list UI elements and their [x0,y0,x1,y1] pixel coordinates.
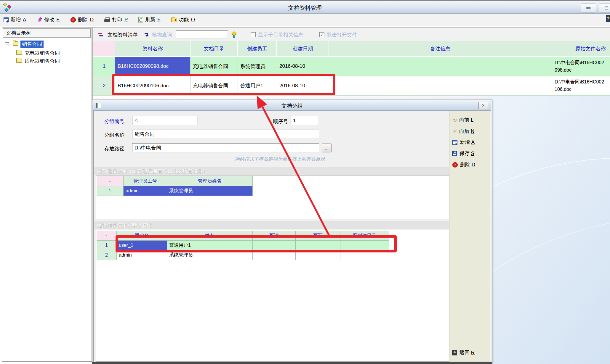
admin-cell-id[interactable]: admin [124,186,167,196]
tree-collapse-toggle[interactable] [5,42,9,46]
show-subdir-checkbox-row[interactable]: 显示子目录相关信息 [251,31,303,38]
dialog-add-button[interactable]: 新增 A [452,139,475,146]
main-toolbar: 新增A 修改E 删除D 打印P 刷新F 功能O [0,14,610,26]
admin-header-row: - 管理员工号 管理员姓名 [97,176,253,186]
cell-file: D:\中电合同\B16HC002098.doc [552,57,610,76]
delete-button[interactable]: 删除D [71,16,94,23]
search-lamp-icon[interactable] [231,32,236,38]
admin-header-index[interactable]: - [97,176,124,186]
folder-open-icon [13,41,18,46]
dialog-bottom-edge [92,362,492,364]
admin-header-id[interactable]: 管理员工号 [124,176,167,186]
header-creator[interactable]: 创建员工 [238,41,277,57]
admin-row[interactable]: 1 admin 系统管理员 [97,186,253,196]
header-index[interactable]: - [93,41,115,57]
cell-date: 2016-08-10 [277,76,329,96]
dialog-delete-button[interactable]: 删除 D [452,161,475,168]
header-date[interactable]: 创建日期 [277,41,329,57]
fuzzy-query-input[interactable] [176,30,228,39]
minimize-button[interactable] [581,4,596,12]
document-table: - 资料名称 文档目录 创建员工 创建日期 备注信息 原始文件名称 1 B16H… [93,41,610,96]
function-key: O [191,17,195,23]
tree-node-charger-contract[interactable]: 充电器销售合同 [25,50,60,57]
exit-icon[interactable] [606,15,610,22]
tree-node-adapter-contract[interactable]: 适配器销售合同 [25,58,60,65]
seq-field[interactable]: 1 [291,116,318,125]
header-remark[interactable]: 备注信息 [329,41,552,57]
prev-button[interactable]: ☜ 向前 L [452,117,473,123]
op-cell-user[interactable]: admin [117,250,167,260]
cell-date: 2016-08-10 [277,57,329,76]
group-name-field[interactable]: 销售合同 [132,130,319,139]
dblclick-open-checkbox-row[interactable]: ✓ 双击打开文件 [319,31,357,38]
edit-icon [37,17,42,22]
browse-button[interactable]: ... [322,144,332,152]
directory-tree-panel: 文档目录树 销售合同 充电器销售合同 适配器销售合同 [2,27,92,362]
delete-icon [452,162,458,167]
delete-key: D [90,17,94,23]
add-icon [452,140,457,145]
edit-button[interactable]: 修改E [37,16,60,23]
save-button[interactable]: 保存 S [452,150,474,157]
cell-name-selected[interactable]: B16HC002090098.doc [115,57,190,76]
show-subdir-checkbox[interactable] [251,32,256,37]
operator-header-row: - 用户名 姓名 可读 可写 可创建目录 [97,231,389,241]
add-key: A [23,17,26,23]
maximize-button[interactable] [599,4,610,12]
op-cell-read[interactable] [253,241,296,250]
edit-key: E [56,17,60,23]
table-row[interactable]: 2 B16HC002090106.doc 充电器销售合同 普通用户1 2016-… [93,76,610,96]
header-name[interactable]: 资料名称 [115,41,190,57]
add-label: 新增 [11,16,21,23]
header-dir[interactable]: 文档目录 [190,41,238,57]
function-button[interactable]: 功能O [171,16,195,23]
op-header-name[interactable]: 姓名 [167,231,253,241]
op-cell-index: 2 [97,250,117,260]
window-title: 文档资料管理 [0,4,610,12]
op-cell-write[interactable] [296,250,340,260]
return-icon [452,350,457,355]
op-header-read[interactable]: 可读 [253,231,296,241]
op-header-write[interactable]: 可写 [296,231,340,241]
function-icon [171,18,177,22]
return-button[interactable]: 返回 R [452,349,475,356]
cell-dir: 充电器销售合同 [190,76,238,96]
op-cell-mkdir[interactable] [340,250,389,260]
operator-row[interactable]: 1 user_1 普通用户1 [97,241,389,250]
op-cell-user-selected[interactable]: user_1 [117,241,167,250]
hand-left-icon: ☜ [452,117,457,123]
refresh-label: 刷新 [145,16,155,23]
op-header-index[interactable]: - [97,231,117,241]
print-button[interactable]: 打印P [104,16,128,23]
dialog-title: 文档分组 [93,102,491,109]
op-cell-name: 系统管理员 [167,250,253,260]
dialog-close-button[interactable]: ✕ [478,102,488,109]
maximize-icon [605,7,608,9]
group-no-field[interactable]: A [132,116,198,125]
save-icon [452,151,457,156]
admin-cell-index: 1 [97,186,124,196]
cell-remark [329,57,552,76]
next-button[interactable]: ☞ 向后 N [452,128,474,135]
admin-cell-name[interactable]: 系统管理员 [167,186,253,196]
admin-header-name[interactable]: 管理员姓名 [167,176,253,186]
add-button[interactable]: 新增A [4,16,26,23]
tree-node-sales-contract[interactable]: 销售合同 [20,41,44,48]
op-header-user[interactable]: 用户名 [117,231,167,241]
edit-label: 修改 [44,16,54,23]
minimize-icon [586,7,591,9]
op-cell-mkdir[interactable] [340,241,389,250]
op-header-mkdir[interactable]: 可创建目录 [340,231,389,241]
dblclick-open-checkbox[interactable]: ✓ [319,32,324,37]
refresh-button[interactable]: 刷新F [138,16,160,23]
cell-name[interactable]: B16HC002090106.doc [115,76,190,96]
op-cell-read[interactable] [253,250,296,260]
list-swap-icon[interactable] [98,32,104,37]
path-field[interactable]: D:\中电合同 [132,143,319,152]
operator-row[interactable]: 2 admin 系统管理员 [97,250,389,260]
admin-table: - 管理员工号 管理员姓名 1 admin 系统管理员 [97,176,253,196]
op-cell-write[interactable] [296,241,340,250]
header-file[interactable]: 原始文件名称 [552,41,610,57]
table-row[interactable]: 1 B16HC002090098.doc 充电器销售合同 系统管理员 2016-… [93,57,610,76]
folder-icon [16,51,22,55]
